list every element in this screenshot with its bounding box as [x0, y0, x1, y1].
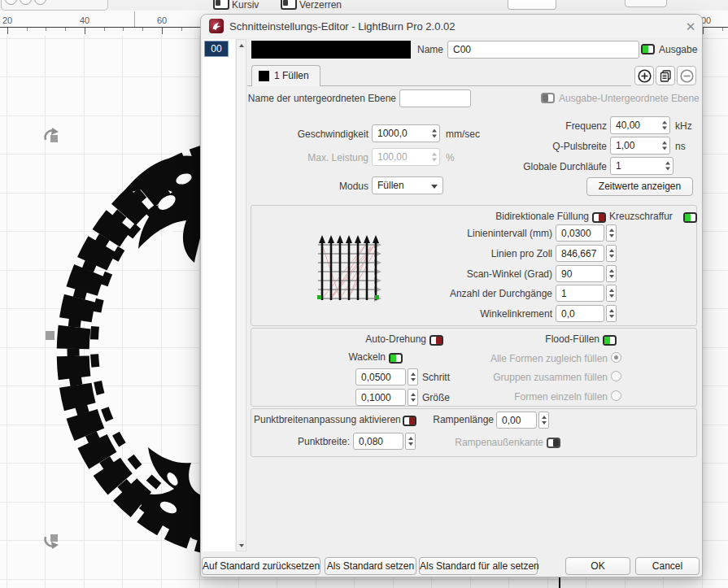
rampenaussenkante-label: Rampenaußenkante [438, 437, 543, 448]
verzerren-label: Verzerren [299, 0, 342, 11]
reset-default-button[interactable]: Auf Standard zurücksetzen [202, 557, 320, 575]
kursiv-toggle[interactable] [213, 0, 229, 10]
name-input[interactable]: C00 [447, 41, 639, 59]
cancel-button[interactable]: Cancel [635, 557, 700, 575]
groesse-label: Größe [422, 392, 450, 403]
name-label: Name [399, 44, 443, 55]
copy-sublayer-button[interactable] [656, 66, 675, 85]
layer-item-00[interactable]: 00 [204, 41, 229, 57]
rampenlaenge-input[interactable]: 0,00 [496, 412, 537, 429]
winkelinkrement-spinner[interactable] [606, 305, 617, 322]
q-pulsbreite-label: Q-Pulsbreite [520, 141, 607, 152]
ok-button[interactable]: OK [565, 557, 630, 575]
verzerren-toggle[interactable] [281, 0, 297, 10]
durchgaenge-spinner[interactable] [606, 285, 617, 302]
set-default-button[interactable]: Als Standard setzen [325, 557, 416, 575]
ruler-tick-20: 20 [0, 15, 20, 25]
rotate-handle-top[interactable] [42, 127, 63, 148]
toolbar-strip: Kursiv Verzerren [0, 0, 728, 11]
flood-fuellen-toggle[interactable] [603, 335, 617, 346]
toolbar-circle-icon[interactable] [34, 0, 46, 5]
ausgabe-toggle[interactable] [641, 44, 655, 54]
auto-drehung-toggle[interactable] [429, 335, 443, 346]
radio-alle-formen[interactable] [611, 352, 621, 363]
auto-drehung-label: Auto-Drehung [308, 333, 426, 345]
durchgaenge-input[interactable]: 1 [556, 285, 604, 302]
ausgabe-label: Ausgabe [659, 44, 697, 55]
frequenz-input[interactable]: 40,00 [610, 116, 670, 134]
wackeln-toggle[interactable] [389, 353, 403, 364]
max-leistung-label: Max. Leistung [276, 152, 368, 163]
scan-winkel-label: Scan-Winkel (Grad) [406, 268, 552, 280]
winkelinkrement-input[interactable]: 0,0 [556, 305, 604, 322]
linienintervall-label: Linienintervall (mm) [406, 228, 552, 239]
toolbar-button-group[interactable] [1, 0, 108, 11]
dialog-titlebar[interactable]: Schnitteinstellungs-Editor - LightBurn P… [201, 15, 702, 38]
scale-handle-left[interactable] [46, 331, 54, 340]
linienintervall-input[interactable]: 0,0300 [556, 224, 604, 242]
linienintervall-spinner[interactable] [606, 224, 617, 242]
max-leistung-unit: % [446, 152, 455, 163]
sublayer-name-label: Name der untergeordneten Ebene [243, 93, 396, 104]
frequenz-unit: kHz [675, 120, 692, 132]
tab-color-swatch-icon [259, 71, 269, 81]
radio-alle-formen-label: Alle Formen zugleich füllen [455, 353, 608, 364]
groesse-spinner[interactable] [408, 389, 418, 406]
punktbreite-spinner[interactable] [405, 433, 416, 450]
ruler-tick-60: 60 [150, 15, 174, 25]
punktbreite-label: Punktbreite: [266, 436, 350, 447]
globale-durchlaeufe-input[interactable]: 1 [610, 157, 674, 175]
scan-winkel-spinner[interactable] [606, 265, 617, 282]
schritt-spinner[interactable] [408, 368, 418, 385]
toolbar-circle-icon[interactable] [20, 0, 32, 5]
rotate-handle-bottom[interactable] [42, 529, 63, 550]
groesse-input[interactable]: 0,1000 [355, 389, 406, 406]
toolbar-spinner-partial[interactable] [508, 0, 556, 10]
settings-scrollbar[interactable] [236, 39, 246, 551]
schritt-label: Schritt [422, 372, 450, 383]
flood-fuellen-label: Flood-Füllen [487, 333, 599, 345]
rampenlaenge-spinner[interactable] [538, 412, 549, 429]
sublayer-output-toggle[interactable] [541, 93, 555, 103]
scroll-down-button[interactable] [237, 540, 246, 551]
linien-pro-zoll-spinner[interactable] [606, 245, 617, 262]
add-sublayer-button[interactable] [634, 66, 654, 85]
lightburn-logo-icon [209, 19, 224, 33]
kreuzschraffur-toggle[interactable] [683, 212, 697, 223]
modus-dropdown[interactable]: Füllen [372, 176, 443, 194]
ruler-divider [134, 11, 135, 27]
max-leistung-input[interactable]: 100,00 [372, 148, 440, 166]
remove-sublayer-button[interactable] [677, 66, 696, 85]
copy-icon [659, 69, 673, 83]
scan-winkel-input[interactable]: 90 [556, 265, 604, 282]
punktbreite-input[interactable]: 0,080 [353, 433, 403, 450]
kursiv-label: Kursiv [232, 0, 259, 11]
schritt-input[interactable]: 0,0500 [355, 368, 406, 385]
close-icon[interactable]: ✕ [682, 19, 699, 35]
radio-formen-einzeln-label: Formen einzeln füllen [455, 391, 608, 403]
bidirektional-toggle[interactable] [592, 212, 606, 223]
rampenlaenge-label: Rampenlänge [406, 414, 494, 425]
scroll-up-button[interactable] [237, 40, 246, 50]
geschwindigkeit-input[interactable]: 1000,0 [372, 124, 440, 142]
toolbar-button-partial[interactable] [625, 0, 667, 7]
ruler-tick-40: 40 [72, 15, 97, 25]
frequenz-label: Frequenz [520, 120, 607, 132]
minus-circle-icon [680, 69, 694, 83]
rampenaussenkante-toggle[interactable] [547, 438, 560, 448]
arrow-down-icon [239, 544, 244, 547]
sublayer-name-input[interactable] [399, 89, 471, 107]
winkelinkrement-label: Winkelinkrement [406, 308, 552, 320]
linien-pro-zoll-input[interactable]: 846,667 [556, 245, 604, 262]
q-pulsbreite-input[interactable]: 1,00 [610, 137, 670, 155]
wackeln-label: Wackeln [308, 351, 386, 363]
toolbar-circle-icon[interactable] [5, 0, 17, 5]
set-default-all-button[interactable]: Als Standard für alle setzen [419, 557, 538, 575]
durchgaenge-label: Anzahl der Durchgänge [406, 288, 552, 299]
app-screen: Kursiv Verzerren 20 40 60 200 Schnittein… [0, 0, 728, 588]
radio-formen-einzeln[interactable] [611, 390, 621, 401]
zeitwerte-anzeigen-button[interactable]: Zeitwerte anzeigen [586, 177, 693, 196]
radio-gruppen[interactable] [611, 371, 621, 381]
layer-color-swatch[interactable] [251, 41, 411, 59]
tab-1-fuellen[interactable]: 1 Füllen [251, 65, 320, 86]
